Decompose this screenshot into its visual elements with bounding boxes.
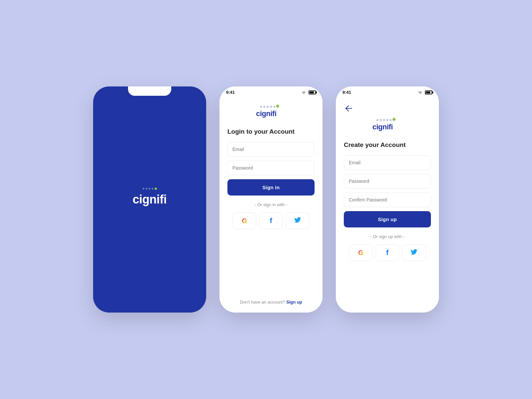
google-icon-reg: G — [358, 249, 363, 257]
login-logo-container: cignifi — [227, 103, 315, 120]
cignifi-svg: cignifi — [253, 103, 289, 120]
twitter-login-button[interactable] — [286, 212, 309, 229]
login-title: Login to your Account — [227, 128, 315, 135]
back-button[interactable] — [344, 103, 354, 113]
register-password-input[interactable] — [344, 174, 431, 189]
facebook-login-button[interactable]: f — [259, 212, 283, 229]
svg-point-2 — [267, 106, 269, 108]
battery-icon — [309, 90, 316, 94]
svg-point-10 — [386, 119, 388, 121]
sign-in-button[interactable]: Sign in — [227, 179, 315, 196]
cignifi-svg-reg: cignifi — [369, 117, 406, 133]
register-phone: 9:41 — [336, 86, 439, 313]
register-inner: cignifi Create your Account Sign up - Or… — [336, 97, 439, 313]
login-logo: cignifi — [253, 103, 289, 120]
login-inner: cignifi Login to your Account Sign in - … — [219, 97, 323, 313]
facebook-icon-reg: f — [386, 248, 388, 257]
status-bar-login: 9:41 — [219, 86, 323, 97]
status-icons-register — [418, 90, 432, 94]
splash-logo: cignifi — [133, 193, 167, 206]
wifi-icon — [301, 90, 307, 94]
svg-point-11 — [390, 119, 392, 121]
login-bottom-link: Don't have an account? Sign up — [227, 300, 315, 305]
splash-phone: cignifi — [93, 86, 206, 313]
facebook-register-button[interactable]: f — [376, 244, 399, 261]
register-email-input[interactable] — [344, 155, 431, 170]
register-confirm-password-input[interactable] — [344, 193, 431, 207]
svg-point-9 — [383, 119, 385, 121]
status-time-login: 9:41 — [226, 90, 235, 95]
svg-point-1 — [263, 106, 265, 108]
twitter-register-button[interactable] — [402, 244, 426, 261]
register-logo: cignifi — [369, 117, 406, 133]
login-email-input[interactable] — [227, 142, 315, 157]
google-login-button[interactable]: G — [233, 212, 256, 229]
register-title: Create your Account — [344, 141, 431, 149]
svg-point-5 — [276, 105, 279, 108]
status-time-register: 9:41 — [342, 90, 351, 95]
google-icon: G — [242, 217, 247, 225]
svg-point-8 — [380, 119, 382, 121]
google-register-button[interactable]: G — [349, 244, 372, 261]
twitter-icon — [294, 217, 301, 225]
login-phone: 9:41 cigni — [219, 86, 323, 313]
svg-text:cignifi: cignifi — [372, 123, 393, 131]
back-arrow-icon — [345, 105, 352, 111]
battery-icon-register — [425, 90, 432, 94]
register-social-row: G f — [344, 244, 431, 261]
status-icons-login — [301, 90, 316, 94]
register-logo-container: cignifi — [344, 117, 431, 133]
login-or-divider: - Or sign in with - — [227, 202, 315, 207]
facebook-icon: f — [270, 216, 272, 225]
sign-up-button[interactable]: Sign up — [344, 211, 431, 227]
svg-text:cignifi: cignifi — [256, 109, 276, 118]
twitter-icon-reg — [411, 249, 417, 257]
svg-point-3 — [270, 106, 272, 108]
login-password-input[interactable] — [227, 161, 315, 175]
login-social-row: G f — [227, 212, 315, 229]
register-or-divider: - Or sign up with - — [344, 234, 431, 239]
svg-point-7 — [376, 119, 378, 121]
svg-point-12 — [393, 118, 396, 121]
sign-up-link[interactable]: Sign up — [286, 300, 302, 305]
svg-point-4 — [273, 106, 275, 108]
status-bar-register: 9:41 — [336, 86, 439, 97]
wifi-icon-register — [418, 90, 423, 94]
svg-point-0 — [260, 106, 262, 108]
